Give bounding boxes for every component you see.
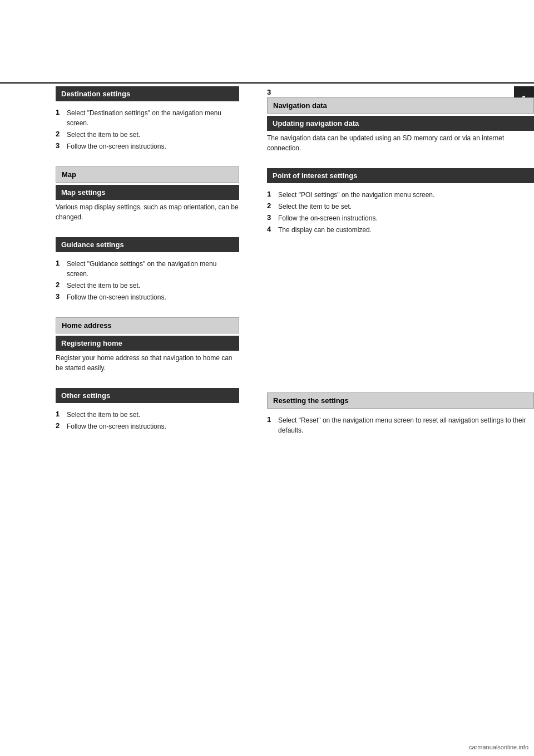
other-item-2: 2 Follow the on-screen instructions. — [56, 421, 239, 431]
left-column: Destination settings 1 Select "Destinati… — [56, 86, 239, 433]
poi-item-1: 1 Select "POI settings" on the navigatio… — [267, 190, 534, 200]
home-text: Register your home address so that navig… — [56, 353, 239, 373]
content-area: Destination settings 1 Select "Destinati… — [56, 86, 501, 700]
guidance-item-2: 2 Select the item to be set. — [56, 281, 239, 291]
map-header: Map — [56, 166, 239, 183]
poi-settings-header: Point of Interest settings — [267, 168, 534, 183]
dest-item-3: 3 Follow the on-screen instructions. — [56, 141, 239, 151]
nav-data-text: The navigation data can be updated using… — [267, 133, 534, 153]
other-settings-header: Other settings — [56, 388, 239, 403]
poi-item-3: 3 Follow the on-screen instructions. — [267, 213, 534, 223]
watermark: carmanualsonline.info — [469, 744, 528, 750]
dest-item-1: 1 Select "Destination settings" on the n… — [56, 108, 239, 128]
resetting-settings-header: Resetting the settings — [267, 392, 534, 409]
destination-settings-header: Destination settings — [56, 86, 239, 101]
dest-item-2: 2 Select the item to be set. — [56, 130, 239, 140]
right-column: 3 Navigation data Updating navigation da… — [267, 86, 534, 437]
guidance-settings-header: Guidance settings — [56, 237, 239, 252]
poi-item-2: 2 Select the item to be set. — [267, 202, 534, 212]
map-settings-header: Map settings — [56, 185, 239, 200]
updating-nav-header: Updating navigation data — [267, 116, 534, 131]
registering-home-header: Registering home — [56, 336, 239, 351]
poi-item-4: 4 The display can be customized. — [267, 225, 534, 235]
reset-item-1: 1 Select "Reset" on the navigation menu … — [267, 415, 534, 435]
other-item-1: 1 Select the item to be set. — [56, 410, 239, 420]
guidance-item-1: 1 Select "Guidance settings" on the navi… — [56, 259, 239, 279]
navigation-data-header: Navigation data — [267, 97, 534, 114]
map-text: Various map display settings, such as ma… — [56, 202, 239, 222]
section-number: 3 — [267, 88, 534, 96]
guidance-item-3: 3 Follow the on-screen instructions. — [56, 292, 239, 302]
home-address-header: Home address — [56, 317, 239, 333]
top-rule — [0, 82, 534, 84]
